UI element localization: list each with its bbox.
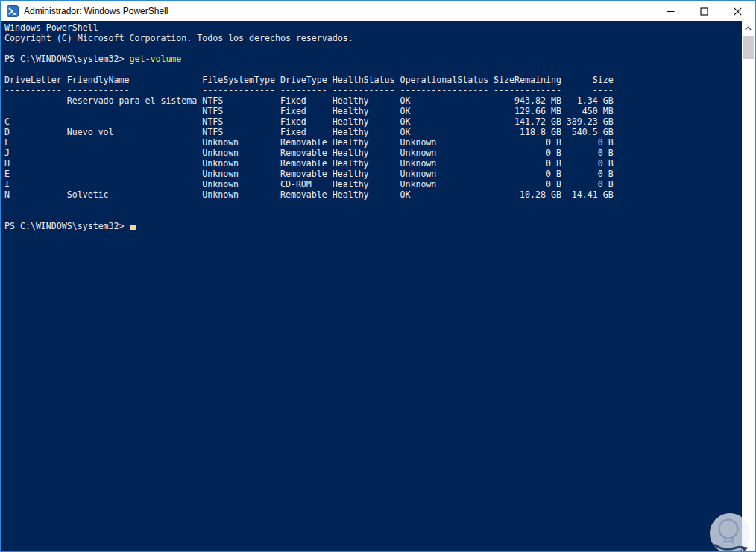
blank-line — [4, 64, 742, 75]
window-controls — [654, 1, 755, 21]
close-button[interactable] — [721, 1, 755, 21]
scrollbar-up-button[interactable] — [742, 22, 755, 34]
maximize-icon — [700, 7, 708, 16]
scrollbar-thumb[interactable] — [743, 36, 754, 59]
banner-line-2: Copyright (C) Microsoft Corporation. Tod… — [4, 33, 742, 43]
blank-line — [4, 43, 742, 54]
blank-line — [4, 210, 742, 221]
current-prompt-line[interactable]: PS C:\WINDOWS\system32> — [4, 221, 742, 231]
console-area: Windows PowerShell Copyright (C) Microso… — [1, 21, 755, 551]
terminal-output[interactable]: Windows PowerShell Copyright (C) Microso… — [1, 21, 742, 551]
close-icon — [734, 7, 742, 16]
minimize-button[interactable] — [654, 1, 687, 21]
banner-line-1: Windows PowerShell — [4, 22, 742, 33]
powershell-icon — [7, 5, 19, 17]
command-text: get-volume — [130, 54, 182, 64]
volume-table: DriveLetter FriendlyName FileSystemType … — [4, 75, 742, 200]
powershell-window: Administrador: Windows PowerShell Window… — [0, 0, 756, 552]
titlebar[interactable]: Administrador: Windows PowerShell — [1, 1, 755, 21]
vertical-scrollbar[interactable] — [742, 21, 755, 551]
minimize-icon — [667, 7, 675, 16]
prompt-text: PS C:\WINDOWS\system32> — [4, 54, 130, 64]
blank-line — [4, 200, 742, 210]
text-cursor — [130, 225, 136, 230]
window-title: Administrador: Windows PowerShell — [24, 6, 654, 16]
maximize-button[interactable] — [687, 1, 721, 21]
prompt-text: PS C:\WINDOWS\system32> — [4, 221, 130, 231]
command-line: PS C:\WINDOWS\system32> get-volume — [4, 54, 742, 64]
chevron-up-icon — [745, 26, 752, 31]
